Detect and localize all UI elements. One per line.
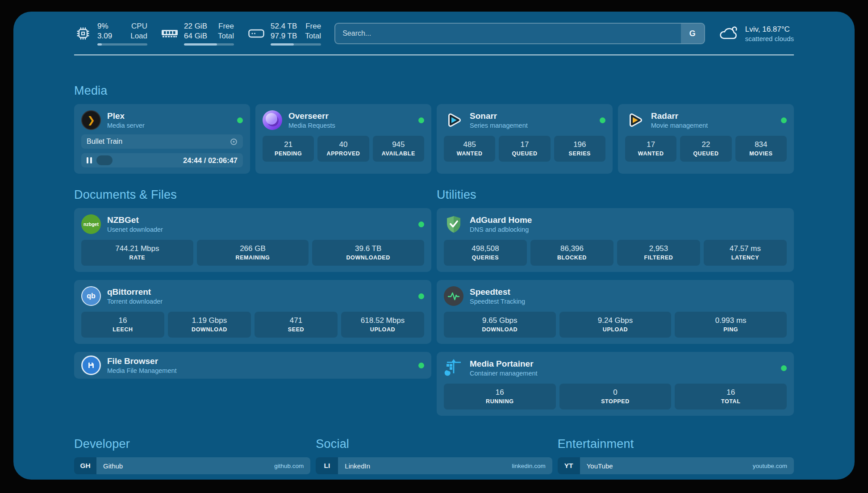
portainer-total-stat: 16TOTAL (675, 384, 787, 409)
nzbget-rate-stat: 744.21 MbpsRATE (81, 240, 193, 266)
disk-free-value: 52.4 TB (271, 21, 297, 31)
qbittorrent-logo-icon: qb (81, 286, 101, 306)
overseerr-status-dot (418, 117, 424, 123)
plex-card[interactable]: ❯ Plex Media server Bullet Train (74, 104, 250, 174)
search-input[interactable] (335, 24, 681, 43)
entertainment-section-heading: Entertainment (558, 437, 794, 451)
plex-progress-row: 24:44 / 02:06:47 (81, 153, 243, 167)
speedtest-upload-stat: 9.24 GbpsUPLOAD (559, 312, 672, 338)
plex-subtitle: Media server (107, 121, 145, 130)
plex-now-playing-row: Bullet Train (81, 134, 243, 149)
speedtest-ping-stat: 0.993 msPING (675, 312, 787, 338)
nzbget-downloaded-stat: 39.6 TBDOWNLOADED (312, 240, 424, 266)
media-section-heading: Media (74, 84, 794, 98)
plex-logo-icon: ❯ (81, 110, 101, 130)
bookmark-github[interactable]: GH Github github.com (74, 457, 310, 474)
adguard-card[interactable]: AdGuard Home DNS and adblocking 498,508Q… (437, 208, 794, 272)
filebrowser-title: File Browser (107, 356, 177, 367)
cpu-usage-value: 9% (97, 21, 112, 31)
portainer-card[interactable]: Media Portainer Container management 16R… (437, 352, 794, 416)
filebrowser-logo-icon (81, 355, 101, 375)
speedtest-download-stat: 9.65 GbpsDOWNLOAD (444, 312, 556, 338)
portainer-title: Media Portainer (470, 359, 538, 369)
cpu-load-label: Load (130, 31, 147, 41)
bookmark-linkedin[interactable]: LI LinkedIn linkedin.com (316, 457, 552, 474)
social-bookmarks-section: Social LI LinkedIn linkedin.com TW Twitt… (316, 437, 552, 480)
qbittorrent-subtitle: Torrent downloader (107, 297, 163, 306)
overseerr-card[interactable]: Overseerr Media Requests 21PENDING 40APP… (255, 104, 431, 174)
plex-title: Plex (107, 111, 145, 121)
speedtest-title: Speedtest (470, 287, 525, 297)
portainer-crane-icon (444, 358, 463, 378)
memory-free-label: Free (218, 21, 234, 31)
bookmark-abbr: LI (316, 457, 338, 474)
media-section: Media ❯ Plex Media server Bullet Train (74, 84, 794, 174)
search-bar[interactable]: G (334, 23, 705, 44)
memory-total-label: Total (218, 31, 234, 41)
documents-section: Documents & Files nzbget NZBGet Usenet d… (74, 188, 431, 416)
entertainment-bookmarks-section: Entertainment YT YouTube youtube.com NF … (558, 437, 794, 480)
speedtest-card[interactable]: Speedtest Speedtest Tracking 9.65 GbpsDO… (437, 280, 794, 344)
adguard-title: AdGuard Home (470, 215, 532, 226)
developer-section-heading: Developer (74, 437, 310, 451)
sonarr-card[interactable]: Sonarr Series management 485WANTED 17QUE… (437, 104, 613, 174)
speedtest-pulse-icon (444, 286, 463, 306)
qbittorrent-title: qBittorrent (107, 287, 163, 297)
bookmark-abbr: GH (74, 457, 96, 474)
cpu-load-value: 3.09 (97, 31, 112, 41)
qbittorrent-upload-stat: 618.52 MbpsUPLOAD (341, 312, 424, 338)
dashboard-screen: 9% 3.09 CPU Load (13, 12, 855, 480)
nzbget-card[interactable]: nzbget NZBGet Usenet downloader 744.21 M… (74, 208, 431, 272)
overseerr-subtitle: Media Requests (288, 121, 335, 130)
qbittorrent-download-stat: 1.19 GbpsDOWNLOAD (168, 312, 251, 338)
portainer-stopped-stat: 0STOPPED (559, 384, 672, 409)
disk-free-label: Free (305, 21, 321, 31)
qbittorrent-card[interactable]: qb qBittorrent Torrent downloader 16LEEC… (74, 280, 431, 344)
sonarr-queued-stat: 17QUEUED (499, 136, 550, 162)
adguard-latency-stat: 47.57 msLATENCY (704, 240, 787, 266)
filebrowser-status-dot (418, 363, 424, 368)
adguard-queries-stat: 498,508QUERIES (444, 240, 527, 266)
utilities-section-heading: Utilities (437, 188, 794, 202)
memory-total-value: 64 GiB (184, 31, 207, 41)
bookmark-youtube[interactable]: YT YouTube youtube.com (558, 457, 794, 474)
social-section-heading: Social (316, 437, 552, 451)
sonarr-logo-icon (444, 110, 463, 130)
speedtest-subtitle: Speedtest Tracking (470, 297, 525, 306)
radarr-title: Radarr (651, 111, 708, 121)
filebrowser-card[interactable]: File Browser Media File Management (74, 352, 431, 379)
bookmark-domain: github.com (274, 463, 304, 469)
nzbget-title: NZBGet (107, 215, 163, 226)
sonarr-subtitle: Series management (470, 121, 528, 130)
cpu-label: CPU (130, 21, 147, 31)
memory-stat-widget: 22 GiB 64 GiB Free Total (161, 21, 234, 46)
qbittorrent-seed-stat: 471SEED (255, 312, 338, 338)
adguard-blocked-stat: 86,396BLOCKED (530, 240, 613, 266)
bookmark-domain: linkedin.com (512, 463, 546, 469)
qbittorrent-leech-stat: 16LEECH (81, 312, 164, 338)
plex-playback-time: 24:44 / 02:06:47 (183, 156, 238, 165)
adguard-subtitle: DNS and adblocking (470, 226, 532, 234)
sonarr-series-stat: 196SERIES (554, 136, 605, 162)
nzbget-remaining-stat: 266 GBREMAINING (197, 240, 309, 266)
search-engine-button[interactable]: G (681, 24, 704, 43)
portainer-status-dot (781, 365, 787, 371)
nzbget-status-dot (418, 221, 424, 227)
bookmark-domain: youtube.com (753, 463, 787, 469)
adguard-shield-icon (444, 214, 463, 234)
disk-drive-icon (247, 28, 265, 39)
bookmark-name: LinkedIn (345, 462, 370, 470)
documents-section-heading: Documents & Files (74, 188, 431, 202)
plex-progressbar (96, 155, 179, 165)
radarr-logo-icon (625, 110, 645, 130)
radarr-card[interactable]: Radarr Movie management 17WANTED 22QUEUE… (618, 104, 794, 174)
bookmark-abbr: YT (558, 457, 580, 474)
overseerr-available-stat: 945AVAILABLE (373, 136, 424, 162)
sonarr-wanted-stat: 485WANTED (444, 136, 495, 162)
radarr-subtitle: Movie management (651, 121, 708, 130)
cpu-stat-widget: 9% 3.09 CPU Load (74, 21, 147, 46)
cpu-progressbar (97, 43, 147, 46)
disk-progressbar (271, 43, 321, 46)
memory-progressbar (184, 43, 234, 46)
adguard-filtered-stat: 2,953FILTERED (617, 240, 700, 266)
